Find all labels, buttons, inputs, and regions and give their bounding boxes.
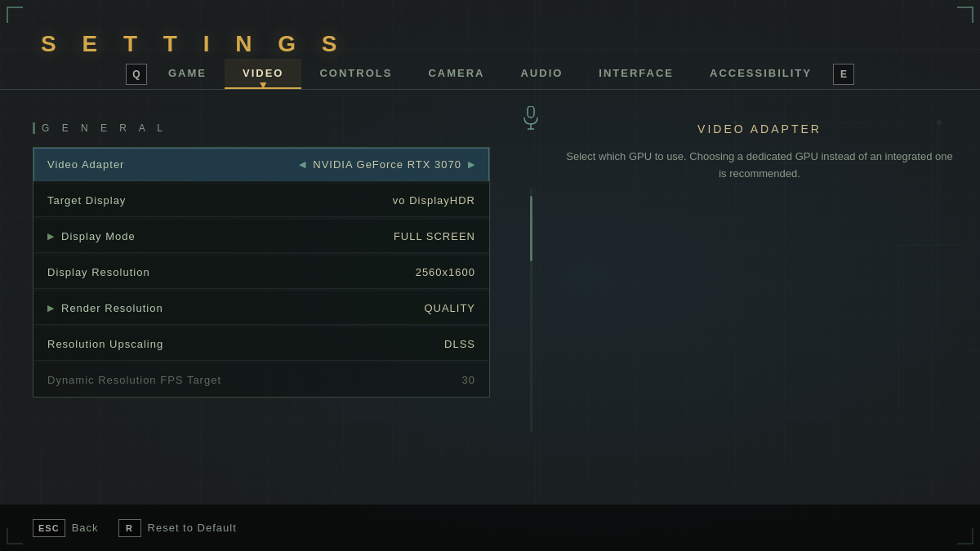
bottom-label-reset: Reset to Default <box>148 522 237 534</box>
setting-value-dynamic-fps: 30 <box>462 374 475 386</box>
setting-value-display-mode: FULL SCREEN <box>394 230 475 242</box>
setting-value-render-resolution: QUALITY <box>424 302 475 314</box>
key-badge-reset: R <box>118 519 141 537</box>
bottom-label-back: Back <box>72 522 99 534</box>
nav-key-q: Q <box>126 64 147 85</box>
tab-accessibility[interactable]: ACCESSIBILITY <box>692 59 830 89</box>
left-panel: G E N E R A L Video Adapter◀NVIDIA GeFor… <box>0 106 523 502</box>
setting-label-display-mode: ▶Display Mode <box>47 230 136 242</box>
section-title: G E N E R A L <box>33 122 490 134</box>
value-right-arrow-video-adapter[interactable]: ▶ <box>468 159 475 170</box>
value-left-arrow-video-adapter[interactable]: ◀ <box>299 159 306 170</box>
info-text: Select which GPU to use. Choosing a dedi… <box>564 149 956 183</box>
tab-interface[interactable]: INTERFACE <box>581 59 692 89</box>
setting-label-render-resolution: ▶Render Resolution <box>47 302 163 314</box>
setting-value-target-display: vo DisplayHDR <box>393 194 475 207</box>
tab-game[interactable]: GAME <box>150 59 225 89</box>
scrollbar-track <box>530 188 532 433</box>
setting-row-target-display[interactable]: Target Displayvo DisplayHDR <box>33 184 489 217</box>
setting-label-target-display: Target Display <box>47 194 126 207</box>
setting-value-video-adapter: ◀NVIDIA GeForce RTX 3070▶ <box>299 158 475 171</box>
main-content: G E N E R A L Video Adapter◀NVIDIA GeFor… <box>0 106 980 502</box>
page-title: S E T T I N G S <box>41 31 346 57</box>
setting-label-video-adapter: Video Adapter <box>47 158 124 171</box>
setting-label-display-resolution: Display Resolution <box>47 266 150 278</box>
setting-row-display-mode[interactable]: ▶Display ModeFULL SCREEN <box>33 220 489 253</box>
svg-rect-9 <box>528 106 534 118</box>
setting-value-display-resolution: 2560x1600 <box>416 266 475 278</box>
key-badge-back: ESC <box>33 519 65 537</box>
panel-divider <box>523 106 539 502</box>
bottom-action-back[interactable]: ESCBack <box>33 519 99 537</box>
setting-value-resolution-upscaling: DLSS <box>444 338 475 350</box>
tab-camera[interactable]: CAMERA <box>410 59 502 89</box>
setting-row-video-adapter[interactable]: Video Adapter◀NVIDIA GeForce RTX 3070▶ <box>33 148 489 181</box>
scroll-top-icon <box>522 106 540 132</box>
expand-icon-render-resolution: ▶ <box>47 303 55 313</box>
info-title: VIDEO ADAPTER <box>564 122 956 136</box>
right-panel: VIDEO ADAPTER Select which GPU to use. C… <box>539 106 980 502</box>
scrollbar-thumb <box>530 196 532 261</box>
tab-audio[interactable]: AUDIO <box>502 59 581 89</box>
nav-bar: Q GAMEVIDEOCONTROLSCAMERAAUDIOINTERFACEA… <box>0 59 980 90</box>
expand-icon-display-mode: ▶ <box>47 231 55 242</box>
setting-label-dynamic-fps: Dynamic Resolution FPS Target <box>47 374 221 386</box>
corner-decoration-tl <box>7 7 23 23</box>
bottom-action-reset[interactable]: RReset to Default <box>118 519 237 537</box>
settings-list: Video Adapter◀NVIDIA GeForce RTX 3070▶Ta… <box>33 147 490 398</box>
setting-row-render-resolution[interactable]: ▶Render ResolutionQUALITY <box>33 291 489 325</box>
nav-key-e: E <box>833 64 854 85</box>
tab-controls[interactable]: CONTROLS <box>301 59 410 89</box>
bottom-bar: ESCBackRReset to Default <box>0 504 980 551</box>
setting-label-resolution-upscaling: Resolution Upscaling <box>47 338 163 350</box>
setting-row-display-resolution[interactable]: Display Resolution2560x1600 <box>33 256 489 289</box>
nav-tabs: GAMEVIDEOCONTROLSCAMERAAUDIOINTERFACEACC… <box>150 59 830 89</box>
setting-row-resolution-upscaling[interactable]: Resolution UpscalingDLSS <box>33 327 489 361</box>
corner-decoration-tr <box>957 7 973 23</box>
tab-video[interactable]: VIDEO <box>225 59 301 89</box>
setting-row-dynamic-fps[interactable]: Dynamic Resolution FPS Target30 <box>33 363 489 397</box>
